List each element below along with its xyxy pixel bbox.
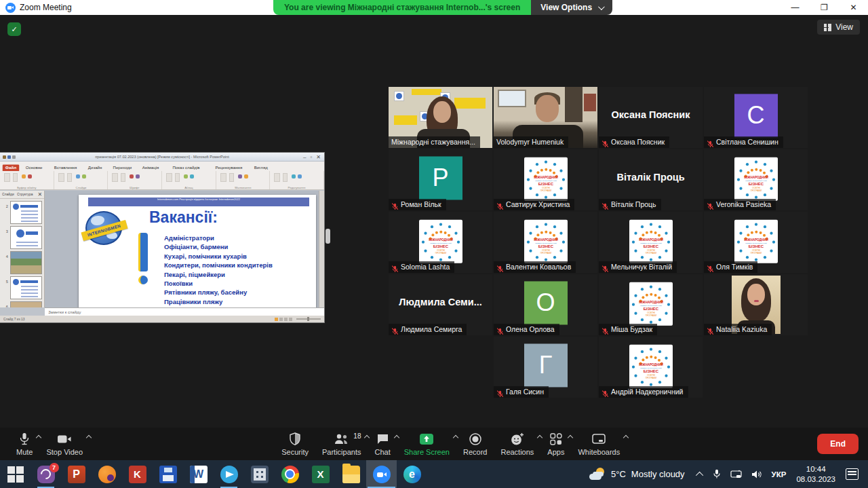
ppt-vertical-scrollbar[interactable] [319, 191, 324, 307]
participant-tile[interactable]: Nataliia Kaziuka [704, 274, 808, 335]
svg-text:БІЗНЕС: БІЗНЕС [538, 182, 553, 186]
apps-button[interactable]: Apps [540, 428, 571, 460]
taskbar-avast-icon[interactable] [92, 460, 122, 488]
svg-text:МІЖНАРОДНИЙ: МІЖНАРОДНИЙ [534, 174, 558, 179]
slide-thumbnail[interactable] [10, 301, 42, 307]
taskbar-powerpoint-icon[interactable]: P [61, 460, 92, 488]
slide-thumbnail[interactable] [10, 276, 42, 299]
ppt-tab-6[interactable]: Показ слайдів [170, 164, 202, 171]
taskbar-explorer-icon[interactable] [336, 460, 366, 488]
notification-badge: 7 [50, 463, 59, 472]
share-button[interactable]: Share Screen [397, 428, 456, 460]
taskbar-edge-icon[interactable]: e [397, 460, 427, 488]
chat-button[interactable]: Chat [368, 428, 397, 460]
record-button[interactable]: Record [456, 428, 494, 460]
participant-tile[interactable]: CСвітлана Сенишин [704, 87, 808, 148]
taskbar-word-icon[interactable]: W [183, 460, 214, 488]
taskbar-zoom-icon[interactable] [366, 460, 397, 488]
security-shield-icon[interactable]: ✓ [7, 22, 21, 36]
close-button[interactable]: ✕ [839, 0, 868, 15]
participant-tile[interactable]: МІЖНАРОДНИЙГОТЕЛЬНО-ТУРИСТИЧНИЙБІЗНЕСОСВ… [494, 212, 597, 273]
ribbon-group-label: Малювання [228, 186, 257, 189]
participant-name: Людмила Семирга [401, 325, 462, 333]
security-button[interactable]: Security [275, 428, 315, 460]
participant-tile[interactable]: OОлена Орлова [494, 274, 597, 335]
slide-thumbnail[interactable] [10, 226, 42, 249]
participant-tile[interactable]: Людмила Семи...Людмила Семирга [389, 274, 492, 335]
participants-button[interactable]: 18Participants [315, 428, 368, 460]
tab-outline[interactable]: Структура [17, 193, 33, 197]
ppt-tab-1[interactable]: Основне [23, 164, 45, 171]
participant-tile[interactable]: PРоман Вільк [389, 149, 492, 210]
participant-tile[interactable]: Віталік ПроцьВіталік Проць [599, 149, 703, 210]
participant-tile[interactable]: МІЖНАРОДНИЙГОТЕЛЬНО-ТУРИСТИЧНИЙБІЗНЕСОСВ… [704, 212, 808, 273]
slide-thumbnail[interactable] [10, 251, 42, 274]
ppt-window-controls[interactable]: – ▫ ✕ [303, 154, 324, 160]
chevron-up-icon[interactable] [623, 435, 629, 440]
participant-tile[interactable]: МІЖНАРОДНИЙГОТЕЛЬНО-ТУРИСТИЧНИЙБІЗНЕСОСВ… [389, 212, 492, 273]
language-indicator[interactable]: УКР [767, 460, 791, 488]
ppt-tab-2[interactable]: Вставлення [52, 164, 80, 171]
clock-date: 08.03.2023 [796, 474, 835, 484]
weather-widget[interactable]: 5°CMostly cloudy [581, 460, 693, 488]
ppt-notes-pane[interactable]: Заметки к слайду [45, 307, 324, 316]
ppt-tab-8[interactable]: Вигляд [252, 164, 271, 171]
clock[interactable]: 10:4408.03.2023 [791, 464, 841, 484]
ppt-tab-4[interactable]: Переходи [110, 164, 134, 171]
tray-expand-button[interactable] [693, 460, 708, 488]
ppt-close[interactable]: ✕ [316, 154, 321, 160]
ribbon-group-label: Редагування [282, 186, 311, 189]
whiteboards-button[interactable]: Whiteboards [571, 428, 627, 460]
participant-tile[interactable]: МІЖНАРОДНИЙГОТЕЛЬНО-ТУРИСТИЧНИЙБІЗНЕСОСВ… [599, 212, 703, 273]
reactions-button[interactable]: Reactions [494, 428, 540, 460]
participant-tile[interactable]: МІЖНАРОДНИЙГОТЕЛЬНО-ТУРИСТИЧНИЙБІЗНЕСОСВ… [599, 337, 703, 398]
ppt-view-controls[interactable] [275, 318, 321, 321]
participant-tile[interactable]: МІЖНАРОДНИЙГОТЕЛЬНО-ТУРИСТИЧНИЙБІЗНЕСОСВ… [494, 149, 597, 210]
minimize-button[interactable]: — [781, 0, 810, 15]
ppt-tab-3[interactable]: Дизайн [85, 164, 105, 171]
slide-number: 4 [4, 255, 8, 271]
ppt-slide-area: Internobmen.com Реєстрація відкрита Інст… [45, 191, 324, 307]
participant-tile[interactable]: Volodymyr Humeniuk [494, 87, 597, 148]
participant-tile[interactable]: Міжнародні стажування... [389, 87, 492, 148]
participant-tile[interactable]: МІЖНАРОДНИЙГОТЕЛЬНО-ТУРИСТИЧНИЙБІЗНЕСОСВ… [599, 274, 703, 335]
ppt-tab-0[interactable]: Файл [3, 164, 19, 171]
mic-muted-icon [601, 201, 609, 208]
video-button[interactable]: Stop Video [39, 428, 90, 460]
view-layout-button[interactable]: View [817, 20, 860, 35]
tray-cast-icon[interactable] [726, 460, 747, 488]
view-options-button[interactable]: View Options [531, 0, 612, 15]
mic-muted-icon [496, 201, 504, 208]
taskbar-telegram-icon[interactable] [214, 460, 244, 488]
participant-tile[interactable]: ГГаля Сисин [494, 337, 597, 398]
panel-close-icon[interactable]: ✕ [37, 191, 42, 198]
ppt-maximize[interactable]: ▫ [310, 154, 312, 160]
tray-mic-icon[interactable] [708, 460, 726, 488]
participant-tile[interactable]: МІЖНАРОДНИЙГОТЕЛЬНО-ТУРИСТИЧНИЙБІЗНЕСОСВ… [704, 149, 808, 210]
system-tray: 5°CMostly cloudyУКР10:4408.03.2023 [581, 460, 868, 488]
restore-button[interactable]: ❐ [810, 0, 839, 15]
mute-button[interactable]: Mute [9, 428, 39, 460]
taskbar-start-icon[interactable] [0, 460, 31, 488]
chevron-up-icon[interactable] [86, 435, 92, 440]
taskbar-kompas-icon[interactable]: K [122, 460, 153, 488]
tray-volume-icon[interactable] [747, 460, 767, 488]
ppt-tab-5[interactable]: Анімація [140, 164, 162, 171]
scroll-handle[interactable] [326, 229, 330, 244]
end-meeting-button[interactable]: End [817, 434, 859, 454]
participant-tile[interactable]: Оксана ПоясникОксана Поясник [599, 87, 703, 148]
tab-slides[interactable]: Слайди [2, 193, 14, 197]
ppt-minimize[interactable]: – [303, 154, 306, 160]
taskbar-viber-icon[interactable]: 7 [31, 460, 61, 488]
ppt-tab-7[interactable]: Рецензування [212, 164, 245, 171]
security-icon [289, 432, 301, 446]
taskbar-excel-icon[interactable]: X [305, 460, 336, 488]
taskbar-backup-icon[interactable] [153, 460, 183, 488]
action-center-icon[interactable] [841, 460, 868, 488]
taskbar-calculator-icon[interactable] [244, 460, 275, 488]
ppt-quick-access-toolbar[interactable] [3, 155, 16, 159]
program-logo-avatar: МІЖНАРОДНИЙГОТЕЛЬНО-ТУРИСТИЧНИЙБІЗНЕСОСВ… [419, 220, 462, 263]
slide-thumbnail[interactable] [10, 201, 42, 224]
zoom-slider[interactable] [296, 318, 321, 320]
taskbar-chrome-icon[interactable] [275, 460, 305, 488]
